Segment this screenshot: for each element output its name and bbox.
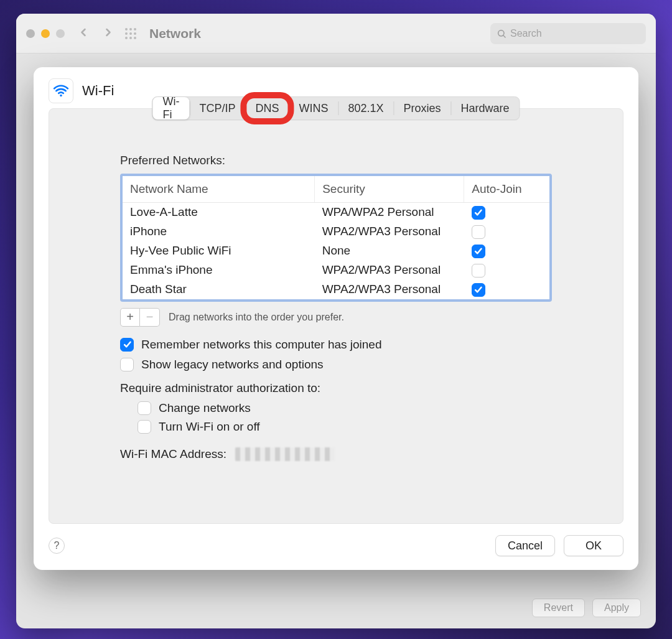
titlebar: Network Search — [16, 14, 656, 54]
admin-change-label: Change networks — [159, 401, 251, 415]
network-name-cell: Death Star — [123, 280, 315, 299]
tab-8021x[interactable]: 802.1X — [338, 97, 393, 119]
tab-dns-label: DNS — [255, 102, 279, 115]
svg-point-11 — [60, 95, 62, 96]
help-button[interactable]: ? — [49, 538, 65, 554]
tab-hardware[interactable]: Hardware — [451, 97, 520, 119]
col-network-name[interactable]: Network Name — [123, 176, 315, 203]
network-autojoin-cell — [464, 280, 549, 299]
remember-checkbox[interactable] — [120, 338, 134, 352]
auto-join-checkbox[interactable] — [472, 206, 485, 220]
search-icon — [497, 29, 506, 39]
svg-point-3 — [125, 32, 128, 35]
cancel-button[interactable]: Cancel — [495, 535, 555, 556]
admin-change-checkbox[interactable] — [138, 401, 151, 415]
tab-proxies[interactable]: Proxies — [394, 97, 451, 119]
window-title: Network — [149, 26, 201, 41]
tab-bar: Wi-Fi TCP/IP DNS WINS 802.1X Proxies Har… — [152, 96, 520, 120]
admin-wifi-label: Turn Wi-Fi on or off — [159, 420, 260, 434]
zoom-window-button[interactable] — [56, 29, 65, 38]
admin-wifi-checkbox[interactable] — [138, 420, 151, 434]
preferred-networks-table[interactable]: Network Name Security Auto-Join Love-A-L… — [120, 174, 552, 302]
nav-arrows — [77, 26, 114, 41]
svg-point-2 — [134, 28, 136, 30]
advanced-panel: Wi-Fi TCP/IP DNS WINS 802.1X Proxies Har… — [49, 108, 623, 524]
tab-wifi[interactable]: Wi-Fi — [152, 97, 189, 119]
grid-icon[interactable] — [123, 26, 138, 41]
mac-address-value-redacted — [235, 447, 335, 461]
remember-row: Remember networks this computer has join… — [120, 338, 552, 352]
auto-join-checkbox[interactable] — [472, 264, 485, 278]
auto-join-checkbox[interactable] — [472, 245, 485, 258]
parent-footer: Revert Apply — [532, 599, 641, 617]
legacy-row: Show legacy networks and options — [120, 358, 552, 371]
svg-point-7 — [129, 37, 132, 39]
auto-join-checkbox[interactable] — [472, 283, 485, 297]
table-row[interactable]: Emma's iPhoneWPA2/WPA3 Personal — [123, 261, 549, 280]
preferred-networks-label: Preferred Networks: — [120, 154, 612, 167]
forward-button[interactable] — [102, 26, 114, 41]
network-security-cell: WPA2/WPA3 Personal — [315, 222, 464, 241]
network-autojoin-cell — [464, 241, 549, 261]
close-window-button[interactable] — [26, 29, 35, 38]
svg-point-6 — [125, 37, 128, 39]
minimize-window-button[interactable] — [41, 29, 50, 38]
sheet-footer: ? Cancel OK — [49, 524, 623, 556]
network-autojoin-cell — [464, 261, 549, 280]
svg-point-1 — [129, 28, 132, 30]
mac-address-row: Wi-Fi MAC Address: — [120, 447, 552, 461]
remember-label: Remember networks this computer has join… — [141, 338, 382, 352]
admin-wifi-row: Turn Wi-Fi on or off — [138, 420, 552, 434]
search-input[interactable]: Search — [490, 23, 646, 44]
col-auto-join[interactable]: Auto-Join — [464, 176, 549, 203]
wifi-icon — [49, 78, 73, 103]
network-security-cell: None — [315, 241, 464, 261]
mac-address-label: Wi-Fi MAC Address: — [120, 447, 226, 461]
ok-button[interactable]: OK — [564, 535, 623, 556]
svg-point-0 — [125, 28, 128, 30]
svg-point-8 — [134, 37, 136, 39]
network-name-cell: iPhone — [123, 222, 315, 241]
network-security-cell: WPA2/WPA3 Personal — [315, 280, 464, 299]
table-row[interactable]: Hy-Vee Public WiFiNone — [123, 241, 549, 261]
svg-point-5 — [134, 32, 136, 35]
wifi-advanced-sheet: Wi-Fi Wi-Fi TCP/IP DNS WINS 802.1X Proxi… — [34, 67, 638, 570]
table-row[interactable]: Death StarWPA2/WPA3 Personal — [123, 280, 549, 299]
network-autojoin-cell — [464, 222, 549, 241]
remove-network-button[interactable]: − — [140, 308, 160, 327]
apply-button[interactable]: Apply — [592, 599, 641, 617]
legacy-checkbox[interactable] — [120, 358, 134, 371]
tab-dns[interactable]: DNS — [245, 97, 289, 119]
tab-tcpip[interactable]: TCP/IP — [189, 97, 245, 119]
drag-hint: Drag networks into the order you prefer. — [169, 312, 344, 323]
network-security-cell: WPA/WPA2 Personal — [315, 203, 464, 222]
tab-wins[interactable]: WINS — [289, 97, 338, 119]
network-name-cell: Love-A-Latte — [123, 203, 315, 222]
network-name-cell: Emma's iPhone — [123, 261, 315, 280]
col-security[interactable]: Security — [315, 176, 464, 203]
add-network-button[interactable]: + — [120, 308, 140, 327]
window-controls — [26, 29, 65, 38]
table-toolbar: + − Drag networks into the order you pre… — [120, 308, 552, 327]
network-autojoin-cell — [464, 203, 549, 222]
search-placeholder: Search — [510, 28, 542, 39]
back-button[interactable] — [77, 26, 90, 41]
admin-auth-label: Require administrator authorization to: — [120, 381, 552, 395]
svg-point-4 — [129, 32, 132, 35]
revert-button[interactable]: Revert — [532, 599, 585, 617]
table-row[interactable]: Love-A-LatteWPA/WPA2 Personal — [123, 203, 549, 222]
network-security-cell: WPA2/WPA3 Personal — [315, 261, 464, 280]
network-name-cell: Hy-Vee Public WiFi — [123, 241, 315, 261]
svg-line-10 — [503, 35, 505, 37]
legacy-label: Show legacy networks and options — [141, 358, 324, 371]
sheet-title: Wi-Fi — [82, 83, 114, 99]
auto-join-checkbox[interactable] — [472, 225, 485, 239]
table-row[interactable]: iPhoneWPA2/WPA3 Personal — [123, 222, 549, 241]
admin-change-row: Change networks — [138, 401, 552, 415]
